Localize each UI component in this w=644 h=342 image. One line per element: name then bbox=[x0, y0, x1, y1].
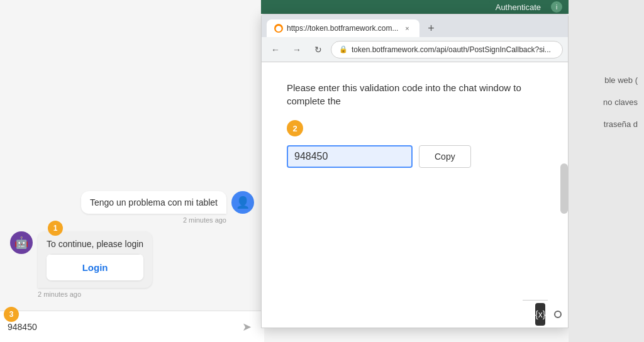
user-message-row: Tengo un problema con mi tablet 2 minute… bbox=[10, 191, 254, 224]
bot-message-row: 🤖 To continue, please login Login bbox=[10, 231, 254, 288]
bot-avatar: 🤖 bbox=[10, 231, 33, 254]
right-text-3: traseña d bbox=[604, 119, 638, 129]
step2-badge: 2 bbox=[287, 120, 303, 136]
back-button[interactable]: ← bbox=[267, 41, 284, 58]
forward-button[interactable]: → bbox=[288, 41, 306, 58]
bot-message-text: To continue, please login bbox=[47, 239, 143, 249]
bottom-toolbar: {x} bbox=[523, 300, 548, 328]
lock-icon: 🔒 bbox=[339, 45, 348, 53]
address-text: token.botframework.com/api/oauth/PostSig… bbox=[352, 45, 551, 54]
scrollbar[interactable] bbox=[560, 163, 568, 214]
chat-area: Tengo un problema con mi tablet 2 minute… bbox=[0, 0, 264, 342]
step1-badge: 1 bbox=[48, 221, 63, 236]
user-message-time: 2 minutes ago bbox=[183, 216, 226, 224]
step3-badge: 3 bbox=[4, 307, 19, 322]
address-bar[interactable]: 🔒 token.botframework.com/api/oauth/PostS… bbox=[331, 41, 563, 58]
chat-input-bar: ➤ bbox=[0, 311, 264, 342]
validation-instruction: Please enter this validation code into t… bbox=[287, 81, 543, 108]
tab-favicon: ⬤ bbox=[274, 24, 283, 33]
browser-tab[interactable]: ⬤ https://token.botframework.com... × bbox=[267, 19, 419, 37]
send-icon: ➤ bbox=[242, 320, 252, 334]
timeline-dot bbox=[554, 311, 562, 318]
chat-messages: Tengo un problema con mi tablet 2 minute… bbox=[0, 0, 264, 311]
refresh-button[interactable]: ↻ bbox=[309, 41, 327, 58]
browser-nav: ← → ↻ 🔒 token.botframework.com/api/oauth… bbox=[262, 37, 568, 62]
code-icon: {x} bbox=[535, 309, 545, 319]
bot-message-time: 2 minutes ago bbox=[38, 290, 254, 298]
bot-message-bubble: To continue, please login Login bbox=[38, 231, 152, 288]
user-message-bubble: Tengo un problema con mi tablet bbox=[81, 191, 226, 214]
tab-title: https://token.botframework.com... bbox=[287, 24, 398, 33]
browser-content: Please enter this validation code into t… bbox=[262, 62, 568, 328]
auth-info-icon: i bbox=[551, 1, 562, 13]
right-text-2: no claves bbox=[603, 97, 638, 107]
tab-close-button[interactable]: × bbox=[402, 23, 412, 33]
bot-avatar-icon: 🤖 bbox=[14, 236, 28, 250]
login-button[interactable]: Login bbox=[47, 254, 143, 280]
browser-tab-bar: ⬤ https://token.botframework.com... × + bbox=[262, 14, 568, 37]
authenticate-label: Authenticate bbox=[489, 1, 547, 14]
new-tab-button[interactable]: + bbox=[422, 19, 440, 37]
user-avatar: 👤 bbox=[231, 191, 254, 214]
timeline-area bbox=[555, 314, 568, 315]
copy-button[interactable]: Copy bbox=[419, 145, 471, 168]
code-input-row: Copy bbox=[287, 145, 543, 168]
user-avatar-icon: 👤 bbox=[236, 196, 250, 209]
user-message-text: Tengo un problema con mi tablet bbox=[90, 197, 218, 207]
browser-window: ⬤ https://token.botframework.com... × + … bbox=[261, 14, 569, 328]
chat-input[interactable] bbox=[8, 322, 231, 332]
right-panel: ble web ( no claves traseña d bbox=[569, 0, 644, 342]
top-green-bar: Authenticate i bbox=[261, 0, 569, 14]
code-toolbar-button[interactable]: {x} bbox=[535, 303, 545, 326]
right-text-1: ble web ( bbox=[604, 75, 638, 85]
send-button[interactable]: ➤ bbox=[236, 317, 257, 337]
validation-code-input[interactable] bbox=[287, 145, 413, 168]
login-card: Login bbox=[47, 254, 143, 280]
